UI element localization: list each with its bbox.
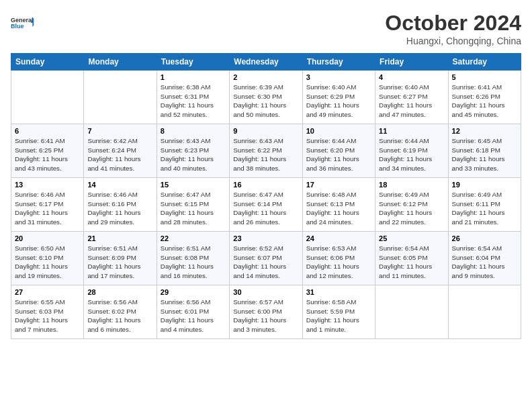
day-details: Sunrise: 6:56 AMSunset: 6:02 PMDaylight:… bbox=[87, 298, 152, 334]
calendar-cell: 20Sunrise: 6:50 AMSunset: 6:10 PMDayligh… bbox=[11, 232, 84, 285]
calendar-cell: 10Sunrise: 6:44 AMSunset: 6:20 PMDayligh… bbox=[302, 124, 375, 178]
day-number: 24 bbox=[306, 234, 371, 242]
day-details: Sunrise: 6:48 AMSunset: 6:13 PMDaylight:… bbox=[306, 190, 371, 227]
day-details: Sunrise: 6:58 AMSunset: 5:59 PMDaylight:… bbox=[306, 298, 371, 334]
day-details: Sunrise: 6:41 AMSunset: 6:25 PMDaylight:… bbox=[15, 136, 80, 173]
day-number: 16 bbox=[233, 181, 298, 189]
day-number: 30 bbox=[233, 288, 298, 296]
day-number: 4 bbox=[379, 73, 444, 81]
day-details: Sunrise: 6:55 AMSunset: 6:03 PMDaylight:… bbox=[15, 298, 80, 334]
day-number: 23 bbox=[233, 234, 298, 242]
day-number: 21 bbox=[87, 234, 152, 242]
day-number: 5 bbox=[452, 73, 517, 81]
calendar-cell: 14Sunrise: 6:46 AMSunset: 6:16 PMDayligh… bbox=[84, 178, 157, 232]
day-details: Sunrise: 6:39 AMSunset: 6:30 PMDaylight:… bbox=[233, 83, 298, 120]
day-details: Sunrise: 6:54 AMSunset: 6:04 PMDaylight:… bbox=[452, 244, 517, 281]
day-details: Sunrise: 6:45 AMSunset: 6:18 PMDaylight:… bbox=[452, 136, 517, 173]
week-row-3: 13Sunrise: 6:46 AMSunset: 6:17 PMDayligh… bbox=[11, 178, 521, 232]
day-details: Sunrise: 6:41 AMSunset: 6:26 PMDaylight:… bbox=[452, 83, 517, 120]
day-details: Sunrise: 6:53 AMSunset: 6:06 PMDaylight:… bbox=[306, 244, 371, 281]
calendar-cell: 9Sunrise: 6:43 AMSunset: 6:22 PMDaylight… bbox=[230, 124, 302, 178]
day-details: Sunrise: 6:47 AMSunset: 6:14 PMDaylight:… bbox=[233, 190, 298, 227]
day-details: Sunrise: 6:40 AMSunset: 6:29 PMDaylight:… bbox=[306, 83, 371, 120]
calendar-cell: 4Sunrise: 6:40 AMSunset: 6:27 PMDaylight… bbox=[375, 71, 448, 124]
day-number: 11 bbox=[379, 127, 444, 135]
day-details: Sunrise: 6:54 AMSunset: 6:05 PMDaylight:… bbox=[379, 244, 444, 281]
calendar-cell: 23Sunrise: 6:52 AMSunset: 6:07 PMDayligh… bbox=[230, 232, 302, 285]
week-row-2: 6Sunrise: 6:41 AMSunset: 6:25 PMDaylight… bbox=[11, 124, 521, 178]
calendar-cell: 24Sunrise: 6:53 AMSunset: 6:06 PMDayligh… bbox=[302, 232, 375, 285]
calendar-cell: 6Sunrise: 6:41 AMSunset: 6:25 PMDaylight… bbox=[11, 124, 84, 178]
calendar-cell: 5Sunrise: 6:41 AMSunset: 6:26 PMDaylight… bbox=[448, 71, 521, 124]
calendar-cell: 30Sunrise: 6:57 AMSunset: 6:00 PMDayligh… bbox=[230, 285, 302, 339]
calendar-cell: 27Sunrise: 6:55 AMSunset: 6:03 PMDayligh… bbox=[11, 285, 84, 339]
title-block: October 2024 Huangxi, Chongqing, China bbox=[385, 11, 521, 46]
day-number: 6 bbox=[15, 127, 80, 135]
day-number: 2 bbox=[233, 73, 298, 81]
weekday-header-tuesday: Tuesday bbox=[157, 54, 229, 71]
week-row-1: 1Sunrise: 6:38 AMSunset: 6:31 PMDaylight… bbox=[11, 71, 521, 124]
day-number: 3 bbox=[306, 73, 371, 81]
calendar-cell: 26Sunrise: 6:54 AMSunset: 6:04 PMDayligh… bbox=[448, 232, 521, 285]
calendar-cell: 7Sunrise: 6:42 AMSunset: 6:24 PMDaylight… bbox=[84, 124, 157, 178]
calendar-cell: 11Sunrise: 6:44 AMSunset: 6:19 PMDayligh… bbox=[375, 124, 448, 178]
calendar-cell: 1Sunrise: 6:38 AMSunset: 6:31 PMDaylight… bbox=[157, 71, 229, 124]
day-details: Sunrise: 6:56 AMSunset: 6:01 PMDaylight:… bbox=[161, 298, 226, 334]
day-number: 18 bbox=[379, 181, 444, 189]
day-number: 25 bbox=[379, 234, 444, 242]
day-number: 8 bbox=[161, 127, 226, 135]
calendar-cell bbox=[375, 285, 448, 339]
calendar-cell: 25Sunrise: 6:54 AMSunset: 6:05 PMDayligh… bbox=[375, 232, 448, 285]
calendar-cell: 8Sunrise: 6:43 AMSunset: 6:23 PMDaylight… bbox=[157, 124, 229, 178]
day-number: 19 bbox=[452, 181, 517, 189]
day-details: Sunrise: 6:52 AMSunset: 6:07 PMDaylight:… bbox=[233, 244, 298, 281]
day-number: 1 bbox=[161, 73, 226, 81]
day-number: 31 bbox=[306, 288, 371, 296]
day-number: 27 bbox=[15, 288, 80, 296]
calendar-cell: 31Sunrise: 6:58 AMSunset: 5:59 PMDayligh… bbox=[302, 285, 375, 339]
weekday-header-saturday: Saturday bbox=[448, 54, 521, 71]
page-header: General Blue October 2024 Huangxi, Chong… bbox=[11, 11, 521, 46]
calendar-cell: 15Sunrise: 6:47 AMSunset: 6:15 PMDayligh… bbox=[157, 178, 229, 232]
day-details: Sunrise: 6:49 AMSunset: 6:11 PMDaylight:… bbox=[452, 190, 517, 227]
calendar-cell: 22Sunrise: 6:51 AMSunset: 6:08 PMDayligh… bbox=[157, 232, 229, 285]
day-details: Sunrise: 6:44 AMSunset: 6:19 PMDaylight:… bbox=[379, 136, 444, 173]
day-details: Sunrise: 6:57 AMSunset: 6:00 PMDaylight:… bbox=[233, 298, 298, 334]
day-details: Sunrise: 6:38 AMSunset: 6:31 PMDaylight:… bbox=[161, 83, 226, 120]
day-number: 22 bbox=[161, 234, 226, 242]
weekday-header-row: SundayMondayTuesdayWednesdayThursdayFrid… bbox=[11, 54, 521, 71]
week-row-5: 27Sunrise: 6:55 AMSunset: 6:03 PMDayligh… bbox=[11, 285, 521, 339]
calendar-cell: 19Sunrise: 6:49 AMSunset: 6:11 PMDayligh… bbox=[448, 178, 521, 232]
calendar-cell: 21Sunrise: 6:51 AMSunset: 6:09 PMDayligh… bbox=[84, 232, 157, 285]
day-details: Sunrise: 6:43 AMSunset: 6:23 PMDaylight:… bbox=[161, 136, 226, 173]
day-details: Sunrise: 6:42 AMSunset: 6:24 PMDaylight:… bbox=[87, 136, 152, 173]
weekday-header-wednesday: Wednesday bbox=[230, 54, 302, 71]
day-details: Sunrise: 6:50 AMSunset: 6:10 PMDaylight:… bbox=[15, 244, 80, 281]
day-details: Sunrise: 6:46 AMSunset: 6:17 PMDaylight:… bbox=[15, 190, 80, 227]
calendar-cell: 12Sunrise: 6:45 AMSunset: 6:18 PMDayligh… bbox=[448, 124, 521, 178]
day-number: 12 bbox=[452, 127, 517, 135]
logo: General Blue bbox=[11, 11, 35, 35]
calendar-cell: 2Sunrise: 6:39 AMSunset: 6:30 PMDaylight… bbox=[230, 71, 302, 124]
day-details: Sunrise: 6:40 AMSunset: 6:27 PMDaylight:… bbox=[379, 83, 444, 120]
day-number: 14 bbox=[87, 181, 152, 189]
calendar-cell: 13Sunrise: 6:46 AMSunset: 6:17 PMDayligh… bbox=[11, 178, 84, 232]
svg-text:Blue: Blue bbox=[11, 23, 24, 30]
calendar-cell: 16Sunrise: 6:47 AMSunset: 6:14 PMDayligh… bbox=[230, 178, 302, 232]
weekday-header-monday: Monday bbox=[84, 54, 157, 71]
calendar-cell bbox=[448, 285, 521, 339]
svg-text:General: General bbox=[11, 17, 34, 24]
calendar-cell: 28Sunrise: 6:56 AMSunset: 6:02 PMDayligh… bbox=[84, 285, 157, 339]
day-number: 10 bbox=[306, 127, 371, 135]
month-title: October 2024 bbox=[385, 11, 521, 36]
day-details: Sunrise: 6:49 AMSunset: 6:12 PMDaylight:… bbox=[379, 190, 444, 227]
day-number: 26 bbox=[452, 234, 517, 242]
day-details: Sunrise: 6:46 AMSunset: 6:16 PMDaylight:… bbox=[87, 190, 152, 227]
day-number: 13 bbox=[15, 181, 80, 189]
day-details: Sunrise: 6:43 AMSunset: 6:22 PMDaylight:… bbox=[233, 136, 298, 173]
calendar-cell bbox=[84, 71, 157, 124]
day-number: 15 bbox=[161, 181, 226, 189]
logo-svg: General Blue bbox=[11, 11, 35, 35]
weekday-header-thursday: Thursday bbox=[302, 54, 375, 71]
weekday-header-friday: Friday bbox=[375, 54, 448, 71]
